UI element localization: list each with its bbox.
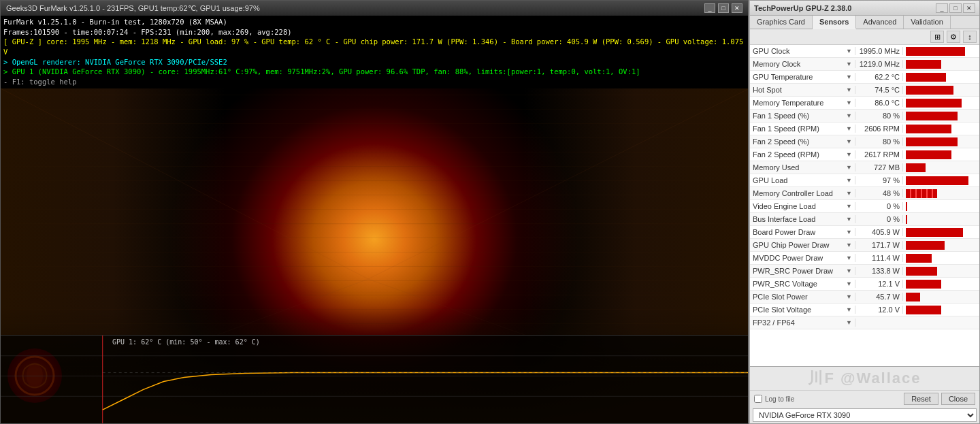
sensor-dropdown-icon[interactable]: ▼ [846,177,852,184]
gpuz-settings-icon[interactable]: ⚙ [947,31,960,43]
sensor-dropdown-icon[interactable]: ▼ [846,151,852,158]
sensor-dropdown-icon[interactable]: ▼ [846,74,852,80]
sensor-name: Board Power Draw▼ [750,228,855,236]
sensor-bar-container [903,174,979,186]
gpuz-copy-icon[interactable]: ⊞ [930,31,944,43]
sensor-name: PCIe Slot Voltage▼ [750,306,855,314]
furmark-content: FurMark v1.25.1.0 - Burn-in test, 1280x7… [1,16,748,423]
sensor-bar-container [903,110,979,122]
gpuz-sensors-list[interactable]: GPU Clock▼1995.0 MHzMemory Clock▼1219.0 … [750,45,979,366]
sensor-dropdown-icon[interactable]: ▼ [846,267,852,274]
sensor-value: 0 % [855,215,903,223]
sensor-dropdown-icon[interactable]: ▼ [846,280,852,287]
sensor-name: PWR_SRC Voltage▼ [750,280,855,288]
svg-line-0 [1,88,368,279]
sensor-row: MVDDC Power Draw▼111.4 W [750,252,979,265]
sensor-row: Fan 2 Speed (%)▼80 % [750,135,979,148]
sensor-row: Memory Clock▼1219.0 MHz [750,58,979,71]
sensor-bar [906,150,951,159]
sensor-dropdown-icon[interactable]: ▼ [846,99,852,106]
tab-advanced[interactable]: Advanced [856,16,904,29]
sensor-dropdown-icon[interactable]: ▼ [846,306,852,313]
sensor-row: Fan 1 Speed (%)▼80 % [750,110,979,123]
sensor-dropdown-icon[interactable]: ▼ [846,125,852,132]
sensor-row: Board Power Draw▼405.9 W [750,226,979,239]
sensor-name: GPU Load▼ [750,176,855,184]
sensor-dropdown-icon[interactable]: ▼ [846,164,852,171]
sensor-dropdown-icon[interactable]: ▼ [846,203,852,210]
sensor-row: Fan 2 Speed (RPM)▼2617 RPM [750,148,979,161]
sensor-name: Video Engine Load▼ [750,202,855,210]
sensor-value: 1995.0 MHz [855,47,903,55]
sensor-row: Memory Controller Load▼48 % [750,187,979,200]
sensor-row: PCIe Slot Voltage▼12.0 V [750,304,979,316]
furmark-title: Geeks3D FurMark v1.25.1.0 - 231FPS, GPU1… [6,4,260,13]
sensor-bar-container [903,252,979,264]
sensor-bar [906,254,932,263]
furmark-close-button[interactable]: ✕ [732,3,742,13]
sensor-dropdown-icon[interactable]: ▼ [846,229,852,235]
sensor-bar-container [903,187,979,199]
gpuz-maximize-button[interactable]: □ [949,3,962,13]
gpuz-window: TechPowerUp GPU-Z 2.38.0 _ □ ✕ Graphics … [749,0,980,424]
sensor-value: 48 % [855,189,903,197]
sensor-row: GPU Chip Power Draw▼171.7 W [750,239,979,252]
sensor-row: GPU Temperature▼62.2 °C [750,71,979,84]
sensor-bar-container [903,304,979,316]
sensor-value: 86.0 °C [855,99,903,107]
sensor-bar [906,306,941,314]
sensor-dropdown-icon[interactable]: ▼ [846,242,852,248]
tab-validation[interactable]: Validation [904,16,951,29]
sensor-dropdown-icon[interactable]: ▼ [846,86,852,93]
sensor-bar-container [903,71,979,83]
sensor-bar-container [903,278,979,290]
log-to-file-label: Log to file [765,395,794,403]
sensor-row: Memory Temperature▼86.0 °C [750,97,979,110]
sensor-dropdown-icon[interactable]: ▼ [846,138,852,145]
sensor-name: GPU Chip Power Draw▼ [750,241,855,249]
reset-button[interactable]: Reset [904,393,938,405]
close-button[interactable]: Close [941,393,975,405]
sensor-dropdown-icon[interactable]: ▼ [846,190,852,197]
sensor-dropdown-icon[interactable]: ▼ [846,293,852,300]
sensor-bar-container [903,123,979,135]
tab-graphics-card[interactable]: Graphics Card [750,16,813,29]
sensor-name: Fan 1 Speed (%)▼ [750,112,855,120]
furmark-line2: Frames:101590 - time:00:07:24 - FPS:231 … [3,27,745,37]
sensor-value: 2617 RPM [855,150,903,159]
furmark-line3: [ GPU-Z ] core: 1995 MHz - mem: 1218 MHz… [3,37,745,56]
sensor-dropdown-icon[interactable]: ▼ [846,255,852,261]
sensor-value: 12.0 V [855,306,903,314]
sensor-name: Memory Used▼ [750,163,855,172]
furmark-render-area: GPU 1: 62° C (min: 50° - max: 62° C) [1,88,748,423]
sensor-name: Bus Interface Load▼ [750,215,855,223]
sensor-value: 0 % [855,202,903,210]
sensor-dropdown-icon[interactable]: ▼ [846,319,852,326]
temp-graph-label: GPU 1: 62° C (min: 50° - max: 62° C) [110,337,263,347]
sensor-dropdown-icon[interactable]: ▼ [846,61,852,67]
sensor-bar-container [903,135,979,148]
gpuz-bottom-panel: 川F @Wallace Log to file Reset Close NVID… [750,366,979,423]
tab-sensors[interactable]: Sensors [813,16,856,29]
gpuz-scroll-icon[interactable]: ↕ [963,31,977,43]
sensor-name: Fan 1 Speed (RPM)▼ [750,125,855,133]
sensor-name: MVDDC Power Draw▼ [750,254,855,262]
gpuz-close-button[interactable]: ✕ [963,3,975,13]
sensor-bar [906,228,963,237]
sensor-dropdown-icon[interactable]: ▼ [846,112,852,119]
sensor-row: PWR_SRC Power Draw▼133.8 W [750,265,979,278]
temp-graph-svg [1,336,748,423]
sensor-row: FP32 / FP64▼ [750,316,979,329]
furmark-line5: > GPU 1 (NVIDIA GeForce RTX 3090) - core… [3,67,745,77]
gpuz-minimize-button[interactable]: _ [936,3,948,13]
gpu-select-dropdown[interactable]: NVIDIA GeForce RTX 3090 [753,408,977,422]
sensor-name: PCIe Slot Power▼ [750,293,855,301]
furmark-window-controls: _ □ ✕ [704,3,742,13]
sensor-dropdown-icon[interactable]: ▼ [846,216,852,223]
furmark-maximize-button[interactable]: □ [718,3,729,13]
sensor-bar [906,280,941,289]
log-to-file-checkbox[interactable] [754,395,762,403]
furmark-minimize-button[interactable]: _ [704,3,715,13]
sensor-dropdown-icon[interactable]: ▼ [846,48,852,54]
gpuz-toolbar: ⊞ ⚙ ↕ [750,29,979,45]
